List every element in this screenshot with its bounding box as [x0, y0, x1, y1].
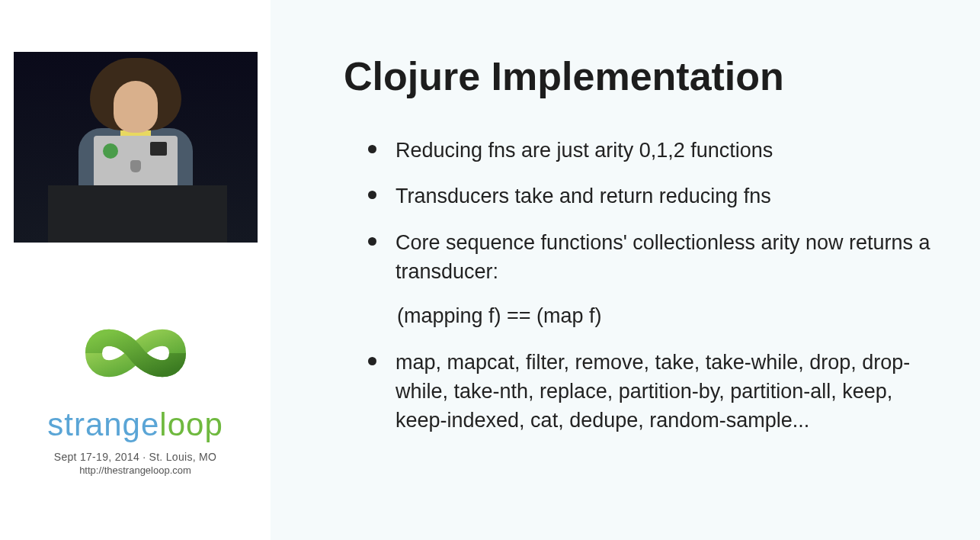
slide-title: Clojure Implementation [344, 53, 946, 99]
slide-content: Clojure Implementation Reducing fns are … [271, 0, 980, 540]
brand-part-1: strange [47, 407, 159, 442]
conference-name: strangeloop [47, 407, 223, 443]
conference-date: Sept 17-19, 2014 · St. Louis, MO [47, 451, 223, 463]
bullet-list: Reducing fns are just arity 0,1,2 functi… [344, 136, 946, 436]
conference-branding: strangeloop Sept 17-19, 2014 · St. Louis… [47, 310, 223, 476]
bullet-item: map, mapcat, filter, remove, take, take-… [368, 348, 946, 436]
bullet-item: Transducers take and return reducing fns [368, 182, 946, 211]
bullet-text: Reducing fns are just arity 0,1,2 functi… [396, 139, 773, 162]
bullet-text: Core sequence functions' collectionless … [396, 231, 930, 283]
bullet-text: Transducers take and return reducing fns [396, 185, 771, 207]
sidebar: strangeloop Sept 17-19, 2014 · St. Louis… [0, 0, 271, 540]
speaker-video-thumbnail [14, 52, 258, 243]
apple-logo-icon [130, 160, 141, 172]
brand-part-2: loop [159, 407, 223, 442]
bullet-item: Reducing fns are just arity 0,1,2 functi… [368, 136, 946, 165]
laptop [94, 136, 178, 188]
laptop-sticker-icon [150, 142, 167, 156]
conference-url: http://thestrangeloop.com [47, 464, 223, 476]
bullet-item: Core sequence functions' collectionless … [368, 228, 946, 331]
laptop-sticker-icon [103, 143, 118, 159]
bullet-text: map, mapcat, filter, remove, take, take-… [396, 351, 910, 432]
speaker-face [114, 81, 158, 133]
podium [48, 185, 227, 243]
code-expression: (mapping f) == (map f) [396, 301, 946, 330]
infinity-logo-icon [48, 310, 223, 397]
